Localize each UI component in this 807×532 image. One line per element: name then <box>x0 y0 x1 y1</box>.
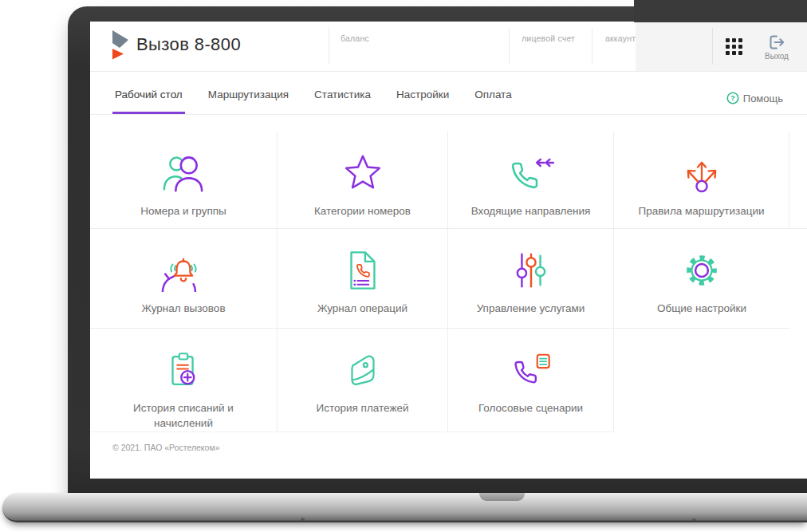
divider <box>592 28 592 65</box>
rostelecom-logo-icon <box>111 30 130 61</box>
tile-label: История платежей <box>317 400 409 416</box>
help-link[interactable]: ? Помощь <box>726 92 783 114</box>
tab-routing[interactable]: Маршрутизация <box>206 89 291 114</box>
tile-label: Голосовые сценарии <box>478 400 583 416</box>
header-field-balance: баланс <box>341 33 369 43</box>
svg-text:?: ? <box>730 93 735 102</box>
empty-cell <box>789 329 807 432</box>
laptop-foot-dot <box>301 518 305 521</box>
logout-label: Выход <box>758 52 795 61</box>
footer-copyright: © 2021. ПАО «Ростелеком» <box>112 443 807 452</box>
empty-cell <box>789 229 807 329</box>
divider <box>329 28 329 65</box>
app-title: Вызов 8-800 <box>136 34 241 55</box>
apps-grid-button[interactable] <box>726 38 743 56</box>
tab-statistics[interactable]: Статистика <box>312 89 373 114</box>
laptop-screen: Вызов 8-800 баланс лицевой счет аккаунт <box>90 22 807 479</box>
tile-payment-history[interactable]: История платежей <box>278 329 448 432</box>
tile-label: История списаний и начислений <box>110 400 258 432</box>
empty-cell <box>789 132 807 229</box>
header-field-personal-account: лицевой счет <box>522 33 575 43</box>
tile-number-categories[interactable]: Категории номеров <box>278 132 448 229</box>
divider <box>712 28 713 65</box>
header-field-account: аккаунт <box>605 33 636 43</box>
laptop-hinge-notch <box>479 493 525 501</box>
tab-payment[interactable]: Оплата <box>472 89 514 114</box>
tab-bar: Рабочий стол Маршрутизация Статистика На… <box>90 72 807 115</box>
laptop-lid: Вызов 8-800 баланс лицевой счет аккаунт <box>68 6 807 495</box>
divider <box>509 28 510 65</box>
users-icon <box>162 153 205 193</box>
gear-icon <box>680 249 723 292</box>
question-circle-icon: ? <box>726 92 739 104</box>
grid-icon <box>726 38 742 55</box>
tile-label: Номера и группы <box>140 203 226 219</box>
laptop-foot-dot <box>692 518 696 522</box>
tab-desktop[interactable]: Рабочий стол <box>112 89 185 114</box>
tile-charges-history[interactable]: История списаний и начислений <box>90 329 278 432</box>
help-label: Помощь <box>743 93 783 104</box>
call-log-icon <box>161 249 206 292</box>
tile-service-management[interactable]: Управление услугами <box>448 229 614 329</box>
tab-settings[interactable]: Настройки <box>394 89 451 114</box>
tile-general-settings[interactable]: Общие настройки <box>614 229 789 329</box>
logout-icon <box>767 33 786 51</box>
tile-label: Правила маршрутизации <box>638 203 764 219</box>
laptop-lid-top-right <box>634 0 807 22</box>
star-icon <box>341 152 384 194</box>
payments-history-icon <box>341 349 384 392</box>
sliders-icon <box>510 249 553 292</box>
tile-label: Журнал вызовов <box>141 301 225 317</box>
tile-label: Общие настройки <box>657 301 746 317</box>
logout-button[interactable]: Выход <box>758 33 795 61</box>
operations-log-icon <box>341 249 384 292</box>
routing-arrows-icon <box>680 152 723 194</box>
tile-numbers-and-groups[interactable]: Номера и группы <box>90 132 278 229</box>
tile-label: Категории номеров <box>314 203 411 219</box>
tile-label: Управление услугами <box>477 301 585 317</box>
charges-history-icon <box>162 349 205 392</box>
tile-label: Журнал операций <box>317 301 407 317</box>
tiles-grid: Номера и группы Категории номеров <box>90 132 807 432</box>
tile-voice-scenarios[interactable]: Голосовые сценарии <box>448 329 614 432</box>
app-header: Вызов 8-800 баланс лицевой счет аккаунт <box>90 22 807 72</box>
incoming-call-icon <box>508 152 554 194</box>
laptop-base <box>2 493 807 522</box>
tile-label: Входящие направления <box>471 203 591 219</box>
empty-cell <box>614 329 789 432</box>
tile-call-log[interactable]: Журнал вызовов <box>90 229 278 329</box>
voice-script-icon <box>510 349 553 392</box>
tile-incoming-directions[interactable]: Входящие направления <box>448 132 614 229</box>
tile-routing-rules[interactable]: Правила маршрутизации <box>614 132 789 229</box>
tile-operations-log[interactable]: Журнал операций <box>278 229 448 329</box>
